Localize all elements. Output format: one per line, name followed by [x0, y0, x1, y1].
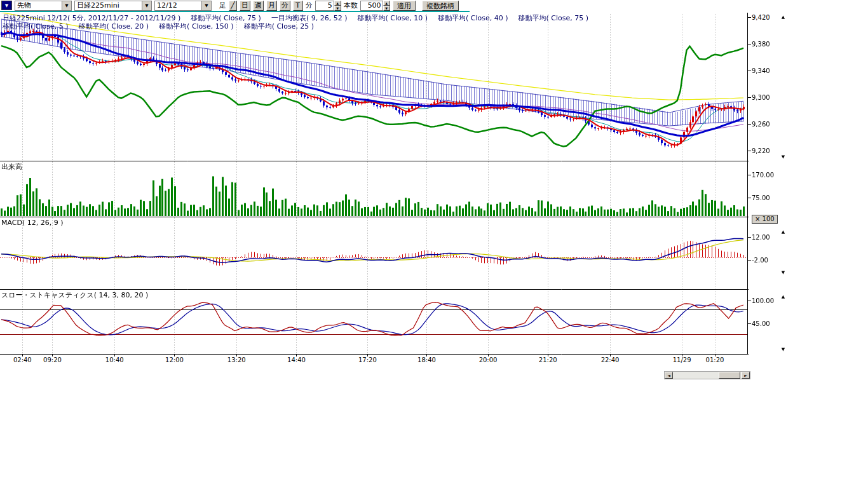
date-select-value: 12/12: [155, 1, 201, 10]
bars-count-label: 本数: [344, 1, 358, 10]
legend-item: 移動平均( Close, 20 ): [79, 22, 149, 30]
bar-type-tick-button[interactable]: T: [293, 1, 303, 11]
dropdown-arrow-icon[interactable]: ▼: [62, 1, 71, 10]
horizontal-scrollbar[interactable]: ◄ ►: [664, 371, 750, 379]
bar-type-minute-button[interactable]: 分: [280, 1, 290, 11]
symbol-select-value: 日経225mini: [75, 1, 142, 10]
dropdown-arrow-icon: ▼: [5, 3, 8, 8]
toolbar-underline: [0, 11, 470, 12]
interval-input[interactable]: [315, 1, 334, 11]
stochastics-panel-title: スロー・ストキャスティクス( 14, 3, 80, 20 ): [1, 290, 148, 300]
category-select-value: 先物: [15, 1, 62, 10]
price-scale-down-button[interactable]: ▼: [780, 154, 787, 160]
scrollbar-track[interactable]: [673, 372, 742, 379]
x-axis-label: 02:40: [8, 356, 36, 363]
price-scale-up-button[interactable]: ▲: [780, 14, 787, 20]
y-axis-label: 45.00: [752, 320, 770, 327]
minute-unit-label: 分: [306, 1, 313, 10]
x-axis-label: 17:20: [353, 356, 381, 363]
x-axis-label: 14:40: [282, 356, 310, 363]
scroll-right-button[interactable]: ►: [742, 372, 750, 379]
scrollbar-thumb[interactable]: [719, 372, 740, 379]
bars-spinner-down-icon[interactable]: ▼: [383, 6, 390, 11]
bar-type-label: 足: [219, 1, 226, 10]
bars-spinner-up-icon[interactable]: ▲: [383, 1, 390, 6]
dropdown-arrow-icon[interactable]: ▼: [142, 1, 151, 10]
y-axis-label: 9,260: [752, 121, 770, 128]
x-axis-label: 22:40: [596, 356, 624, 363]
x-axis-label: 09:20: [38, 356, 66, 363]
x-axis-label: 13:20: [222, 356, 250, 363]
y-axis-label: 9,220: [752, 147, 770, 154]
macd-scale-down-button[interactable]: ▼: [780, 269, 787, 276]
y-axis-label: 75.00: [752, 194, 770, 201]
line-style-button[interactable]: ╱: [229, 1, 237, 11]
y-axis-label: 9,300: [752, 94, 770, 101]
x-axis-label: 21:20: [534, 356, 562, 363]
x-axis-label: 18:40: [412, 356, 440, 363]
toolbar: ▼ 先物 ▼ 日経225mini ▼ 12/12 ▼ 足 ╱ 日 週 月 分 T…: [0, 0, 459, 11]
x-axis-label: 11/29: [668, 356, 696, 363]
stoch-scale-down-button[interactable]: ▼: [780, 346, 787, 353]
bar-type-weekly-button[interactable]: 週: [253, 1, 264, 11]
interval-spinner: ▲ ▼: [315, 1, 341, 11]
interval-spinner-down-icon[interactable]: ▼: [334, 6, 341, 11]
legend-item: 移動平均( Close, 150 ): [159, 22, 234, 30]
bar-type-monthly-button[interactable]: 月: [266, 1, 277, 11]
y-axis-label: 170.00: [752, 172, 774, 179]
volume-multiplier-badge: × 100: [752, 215, 778, 224]
symbol-select[interactable]: 日経225mini ▼: [74, 1, 152, 11]
bars-input[interactable]: [360, 1, 383, 11]
scroll-left-button[interactable]: ◄: [665, 372, 673, 379]
y-axis-label: 100.00: [752, 297, 774, 304]
dropdown-arrow-icon[interactable]: ▼: [201, 1, 211, 10]
x-axis-label: 01:20: [701, 356, 729, 363]
apply-button[interactable]: 適用: [393, 1, 416, 11]
x-axis-label: 10:40: [100, 356, 128, 363]
macd-panel-title: MACD( 12, 26, 9 ): [1, 219, 64, 227]
bar-type-daily-button[interactable]: 日: [240, 1, 250, 11]
chart-plot-area[interactable]: [0, 13, 749, 355]
date-select[interactable]: 12/12 ▼: [154, 1, 212, 11]
category-select[interactable]: 先物 ▼: [15, 1, 72, 11]
y-axis-label: -2.00: [752, 257, 768, 264]
chart-style-button[interactable]: ▼: [1, 1, 12, 10]
bars-spinner: ▲ ▼: [360, 1, 390, 11]
x-axis-label: 12:00: [160, 356, 188, 363]
chart-legend-line2: 移動平均( Close, 5 )移動平均( Close, 20 )移動平均( C…: [3, 22, 747, 31]
interval-spinner-up-icon[interactable]: ▲: [334, 1, 341, 6]
y-axis-label: 9,380: [752, 41, 770, 48]
x-axis-label: 20:00: [474, 356, 502, 363]
stoch-scale-up-button[interactable]: ▲: [780, 294, 787, 300]
volume-panel-title: 出来高: [1, 162, 22, 172]
legend-item: 移動平均( Close, 5 ): [3, 22, 69, 30]
legend-item: 移動平均( Close, 25 ): [244, 22, 315, 30]
macd-scale-up-button[interactable]: ▲: [780, 229, 787, 235]
y-axis-label: 9,340: [752, 67, 770, 74]
y-axis-label: 12.00: [752, 234, 770, 241]
multi-symbol-button[interactable]: 複数銘柄: [422, 1, 459, 11]
y-axis-label: 9,420: [752, 14, 770, 21]
